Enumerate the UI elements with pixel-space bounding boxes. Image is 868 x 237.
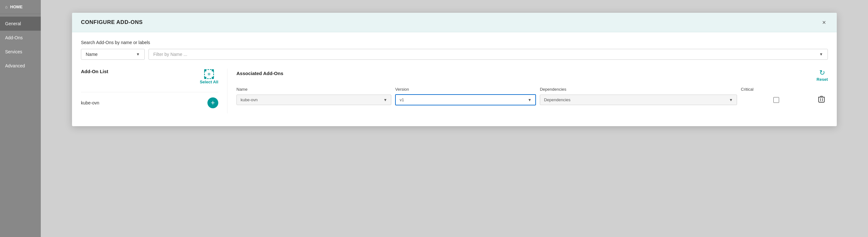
dependencies-select[interactable]: Dependencies ▼ <box>540 95 737 105</box>
associated-header-row: Associated Add-Ons ↻ Reset <box>237 69 828 82</box>
search-type-chevron-icon: ▼ <box>136 52 140 56</box>
sidebar: ⌂ HOME General Add-Ons Services Advanced <box>0 0 41 237</box>
svg-rect-1 <box>204 69 207 72</box>
configure-addons-modal: CONFIGURE ADD-ONS × Search Add-Ons by na… <box>72 13 837 126</box>
row-name-cell: kube-ovn ▼ <box>237 95 391 105</box>
home-nav[interactable]: ⌂ HOME <box>0 0 41 14</box>
select-all-area[interactable]: Select All <box>200 69 218 84</box>
addon-list-item: kube-ovn + <box>81 92 218 113</box>
sidebar-item-advanced[interactable]: Advanced <box>0 59 41 73</box>
sidebar-nav: General Add-Ons Services Advanced <box>0 17 41 73</box>
reset-icon: ↻ <box>819 69 825 77</box>
reset-area[interactable]: ↻ Reset <box>817 69 828 82</box>
sidebar-item-services[interactable]: Services <box>0 45 41 59</box>
col-header-critical: Critical <box>741 87 811 92</box>
modal-close-button[interactable]: × <box>820 19 828 26</box>
row-delete-cell <box>815 96 828 104</box>
svg-rect-3 <box>204 77 207 79</box>
col-header-version: Version <box>395 87 536 92</box>
dependencies-select-value: Dependencies <box>544 98 570 102</box>
version-select-chevron-icon: ▼ <box>528 98 531 102</box>
modal-title: CONFIGURE ADD-ONS <box>81 19 143 26</box>
col-header-name: Name <box>237 87 391 92</box>
sidebar-item-general[interactable]: General <box>0 17 41 31</box>
svg-rect-6 <box>818 97 824 102</box>
search-type-value: Name <box>86 52 97 57</box>
search-filter-chevron-icon: ▼ <box>819 52 823 56</box>
reset-label: Reset <box>817 77 828 82</box>
modal-header: CONFIGURE ADD-ONS × <box>72 13 837 32</box>
select-all-label[interactable]: Select All <box>200 80 218 84</box>
associated-header: Associated Add-Ons <box>237 71 283 76</box>
home-label: HOME <box>10 4 23 9</box>
home-icon: ⌂ <box>5 4 8 9</box>
dependencies-select-chevron-icon: ▼ <box>729 98 733 102</box>
add-addon-button[interactable]: + <box>208 98 218 108</box>
select-all-icon <box>204 69 214 80</box>
name-select-chevron-icon: ▼ <box>383 98 387 102</box>
modal-body: Search Add-Ons by name or labels Name ▼ … <box>72 32 837 126</box>
svg-rect-4 <box>212 77 214 79</box>
name-select[interactable]: kube-ovn ▼ <box>237 95 391 105</box>
name-select-value: kube-ovn <box>241 98 257 102</box>
search-filter-placeholder: Filter by Name ... <box>153 52 187 57</box>
columns-container: Add-On List <box>81 69 828 113</box>
search-section-label: Search Add-Ons by name or labels <box>81 40 828 45</box>
addon-list-column: Add-On List <box>81 69 227 113</box>
trash-icon <box>818 96 825 103</box>
row-version-cell: v1 ▼ <box>395 94 536 105</box>
search-filter-input[interactable]: Filter by Name ... ▼ <box>149 49 828 60</box>
addon-item-name: kube-ovn <box>81 100 99 105</box>
addon-list-header-row: Add-On List <box>81 69 218 89</box>
main-area: CONFIGURE ADD-ONS × Search Add-Ons by na… <box>41 0 868 237</box>
sidebar-item-addons[interactable]: Add-Ons <box>0 31 41 45</box>
critical-checkbox[interactable] <box>773 97 779 103</box>
version-select[interactable]: v1 ▼ <box>395 94 536 105</box>
row-critical-cell <box>741 97 811 103</box>
table-header-row: Name Version Dependencies Critical <box>237 87 828 92</box>
delete-row-button[interactable] <box>818 96 825 104</box>
version-select-value: v1 <box>400 98 404 102</box>
table-row: kube-ovn ▼ v1 ▼ Dependen <box>237 94 828 105</box>
search-type-dropdown[interactable]: Name ▼ <box>81 49 145 60</box>
row-deps-cell: Dependencies ▼ <box>540 95 737 105</box>
addon-list-header: Add-On List <box>81 69 108 74</box>
col-header-dependencies: Dependencies <box>540 87 737 92</box>
associated-addons-column: Associated Add-Ons ↻ Reset Name Version … <box>227 69 828 113</box>
svg-rect-2 <box>212 69 214 72</box>
search-row: Name ▼ Filter by Name ... ▼ <box>81 49 828 60</box>
svg-rect-5 <box>208 73 210 75</box>
